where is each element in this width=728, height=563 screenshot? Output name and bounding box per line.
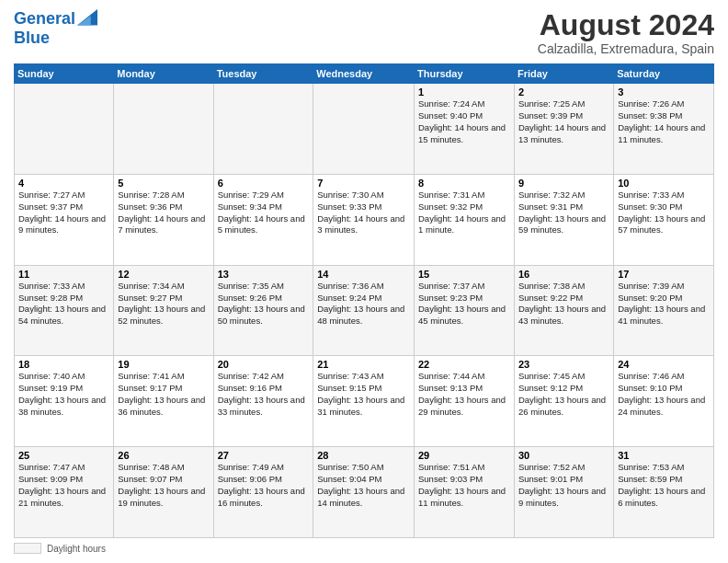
- calendar-cell: [213, 84, 313, 175]
- day-number: 9: [518, 178, 609, 189]
- day-number: 4: [18, 178, 109, 189]
- day-number: 13: [218, 269, 310, 280]
- day-number: 11: [18, 269, 109, 280]
- day-info: Sunrise: 7:52 AM Sunset: 9:01 PM Dayligh…: [518, 462, 609, 509]
- calendar: Sunday Monday Tuesday Wednesday Thursday…: [14, 63, 714, 538]
- calendar-cell: 27Sunrise: 7:49 AM Sunset: 9:06 PM Dayli…: [213, 447, 313, 538]
- calendar-cell: 29Sunrise: 7:51 AM Sunset: 9:03 PM Dayli…: [414, 447, 514, 538]
- subtitle: Calzadilla, Extremadura, Spain: [538, 41, 714, 56]
- col-sunday: Sunday: [15, 64, 114, 84]
- day-info: Sunrise: 7:31 AM Sunset: 9:32 PM Dayligh…: [418, 190, 510, 236]
- day-info: Sunrise: 7:32 AM Sunset: 9:31 PM Dayligh…: [518, 190, 609, 236]
- calendar-row-0: 1Sunrise: 7:24 AM Sunset: 9:40 PM Daylig…: [15, 84, 714, 175]
- day-info: Sunrise: 7:45 AM Sunset: 9:12 PM Dayligh…: [518, 371, 609, 418]
- day-number: 21: [317, 359, 410, 370]
- day-info: Sunrise: 7:42 AM Sunset: 9:16 PM Dayligh…: [218, 371, 310, 418]
- calendar-cell: 4Sunrise: 7:27 AM Sunset: 9:37 PM Daylig…: [15, 174, 114, 265]
- calendar-cell: 26Sunrise: 7:48 AM Sunset: 9:07 PM Dayli…: [114, 447, 213, 538]
- col-tuesday: Tuesday: [213, 64, 313, 84]
- calendar-cell: 16Sunrise: 7:38 AM Sunset: 9:22 PM Dayli…: [514, 265, 613, 356]
- day-number: 22: [418, 359, 510, 370]
- calendar-cell: 22Sunrise: 7:44 AM Sunset: 9:13 PM Dayli…: [414, 356, 514, 447]
- day-number: 20: [218, 359, 310, 370]
- day-number: 5: [118, 178, 209, 189]
- calendar-cell: 21Sunrise: 7:43 AM Sunset: 9:15 PM Dayli…: [313, 356, 415, 447]
- calendar-cell: 30Sunrise: 7:52 AM Sunset: 9:01 PM Dayli…: [514, 447, 613, 538]
- col-monday: Monday: [114, 64, 213, 84]
- calendar-cell: 2Sunrise: 7:25 AM Sunset: 9:39 PM Daylig…: [514, 84, 613, 175]
- calendar-cell: 19Sunrise: 7:41 AM Sunset: 9:17 PM Dayli…: [114, 356, 213, 447]
- day-info: Sunrise: 7:34 AM Sunset: 9:27 PM Dayligh…: [118, 281, 209, 327]
- day-info: Sunrise: 7:40 AM Sunset: 9:19 PM Dayligh…: [18, 371, 109, 418]
- calendar-row-4: 25Sunrise: 7:47 AM Sunset: 9:09 PM Dayli…: [15, 447, 714, 538]
- footer-label: Daylight hours: [47, 544, 106, 554]
- day-info: Sunrise: 7:27 AM Sunset: 9:37 PM Dayligh…: [18, 190, 109, 236]
- logo-icon: [77, 9, 97, 26]
- calendar-cell: 11Sunrise: 7:33 AM Sunset: 9:28 PM Dayli…: [15, 265, 114, 356]
- logo-general: General: [14, 9, 75, 28]
- calendar-row-1: 4Sunrise: 7:27 AM Sunset: 9:37 PM Daylig…: [15, 174, 714, 265]
- day-number: 24: [618, 359, 710, 370]
- day-info: Sunrise: 7:37 AM Sunset: 9:23 PM Dayligh…: [418, 281, 510, 327]
- calendar-cell: 20Sunrise: 7:42 AM Sunset: 9:16 PM Dayli…: [213, 356, 313, 447]
- col-thursday: Thursday: [414, 64, 514, 84]
- calendar-cell: 9Sunrise: 7:32 AM Sunset: 9:31 PM Daylig…: [514, 174, 613, 265]
- footer-box: [14, 543, 41, 554]
- calendar-cell: [114, 84, 213, 175]
- day-number: 18: [18, 359, 109, 370]
- day-number: 17: [618, 269, 710, 280]
- calendar-cell: 17Sunrise: 7:39 AM Sunset: 9:20 PM Dayli…: [614, 265, 714, 356]
- footer: Daylight hours: [14, 543, 714, 554]
- calendar-cell: 7Sunrise: 7:30 AM Sunset: 9:33 PM Daylig…: [313, 174, 415, 265]
- calendar-cell: 15Sunrise: 7:37 AM Sunset: 9:23 PM Dayli…: [414, 265, 514, 356]
- day-info: Sunrise: 7:41 AM Sunset: 9:17 PM Dayligh…: [118, 371, 209, 418]
- col-wednesday: Wednesday: [313, 64, 415, 84]
- main-title: August 2024: [538, 9, 714, 41]
- day-info: Sunrise: 7:36 AM Sunset: 9:24 PM Dayligh…: [317, 281, 410, 327]
- day-info: Sunrise: 7:43 AM Sunset: 9:15 PM Dayligh…: [317, 371, 410, 418]
- day-number: 1: [418, 86, 510, 98]
- day-info: Sunrise: 7:50 AM Sunset: 9:04 PM Dayligh…: [317, 462, 410, 509]
- header: General Blue August 2024 Calzadilla, Ext…: [14, 9, 714, 56]
- calendar-cell: [15, 84, 114, 175]
- calendar-cell: 24Sunrise: 7:46 AM Sunset: 9:10 PM Dayli…: [614, 356, 714, 447]
- day-info: Sunrise: 7:29 AM Sunset: 9:34 PM Dayligh…: [218, 190, 310, 236]
- calendar-cell: [313, 84, 415, 175]
- calendar-row-2: 11Sunrise: 7:33 AM Sunset: 9:28 PM Dayli…: [15, 265, 714, 356]
- day-number: 19: [118, 359, 209, 370]
- logo-blue: Blue: [14, 29, 97, 48]
- calendar-cell: 1Sunrise: 7:24 AM Sunset: 9:40 PM Daylig…: [414, 84, 514, 175]
- calendar-header-row: Sunday Monday Tuesday Wednesday Thursday…: [15, 64, 714, 84]
- title-block: August 2024 Calzadilla, Extremadura, Spa…: [538, 9, 714, 56]
- day-number: 6: [218, 178, 310, 189]
- day-info: Sunrise: 7:30 AM Sunset: 9:33 PM Dayligh…: [317, 190, 410, 236]
- day-number: 30: [518, 450, 609, 461]
- day-info: Sunrise: 7:28 AM Sunset: 9:36 PM Dayligh…: [118, 190, 209, 236]
- day-info: Sunrise: 7:24 AM Sunset: 9:40 PM Dayligh…: [418, 98, 510, 145]
- day-info: Sunrise: 7:47 AM Sunset: 9:09 PM Dayligh…: [18, 462, 109, 509]
- day-number: 26: [118, 450, 209, 461]
- day-info: Sunrise: 7:38 AM Sunset: 9:22 PM Dayligh…: [518, 281, 609, 327]
- day-info: Sunrise: 7:51 AM Sunset: 9:03 PM Dayligh…: [418, 462, 510, 509]
- day-number: 27: [218, 450, 310, 461]
- calendar-cell: 5Sunrise: 7:28 AM Sunset: 9:36 PM Daylig…: [114, 174, 213, 265]
- day-info: Sunrise: 7:33 AM Sunset: 9:30 PM Dayligh…: [618, 190, 710, 236]
- calendar-cell: 13Sunrise: 7:35 AM Sunset: 9:26 PM Dayli…: [213, 265, 313, 356]
- day-info: Sunrise: 7:35 AM Sunset: 9:26 PM Dayligh…: [218, 281, 310, 327]
- page: General Blue August 2024 Calzadilla, Ext…: [0, 0, 728, 563]
- day-number: 7: [317, 178, 410, 189]
- day-info: Sunrise: 7:48 AM Sunset: 9:07 PM Dayligh…: [118, 462, 209, 509]
- calendar-row-3: 18Sunrise: 7:40 AM Sunset: 9:19 PM Dayli…: [15, 356, 714, 447]
- day-number: 25: [18, 450, 109, 461]
- day-number: 16: [518, 269, 609, 280]
- day-number: 31: [618, 450, 710, 461]
- calendar-cell: 31Sunrise: 7:53 AM Sunset: 8:59 PM Dayli…: [614, 447, 714, 538]
- calendar-cell: 3Sunrise: 7:26 AM Sunset: 9:38 PM Daylig…: [614, 84, 714, 175]
- logo: General Blue: [14, 9, 97, 48]
- day-number: 23: [518, 359, 609, 370]
- day-info: Sunrise: 7:25 AM Sunset: 9:39 PM Dayligh…: [518, 98, 609, 145]
- day-number: 14: [317, 269, 410, 280]
- day-info: Sunrise: 7:26 AM Sunset: 9:38 PM Dayligh…: [618, 98, 710, 145]
- day-number: 3: [618, 86, 710, 98]
- calendar-cell: 10Sunrise: 7:33 AM Sunset: 9:30 PM Dayli…: [614, 174, 714, 265]
